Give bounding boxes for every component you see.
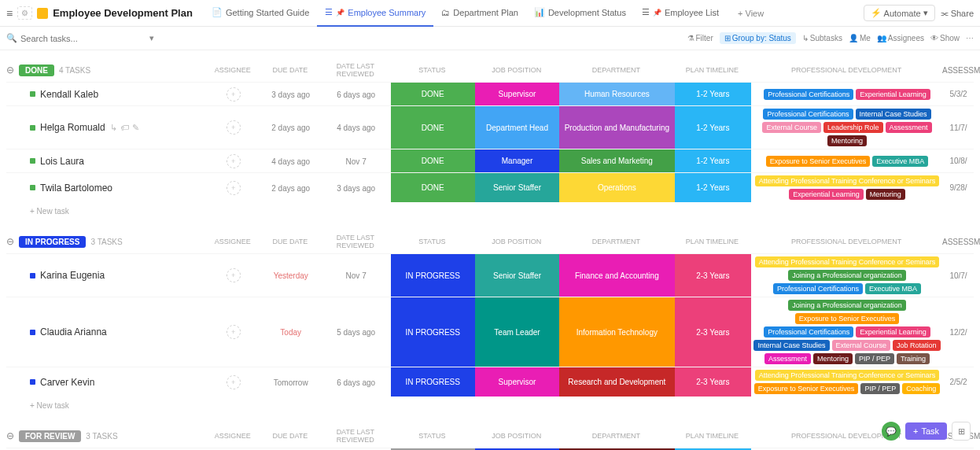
plan-cell[interactable]: 2-3 Years xyxy=(675,254,752,297)
task-name[interactable]: Lois Laura xyxy=(40,156,84,167)
dev-tag[interactable]: Mentoring xyxy=(813,353,853,364)
assignee-placeholder[interactable]: + xyxy=(227,268,241,282)
tab-development-status[interactable]: 📊Development Status xyxy=(526,0,634,27)
plan-cell[interactable]: 1-2 Years xyxy=(675,173,752,202)
task-row[interactable]: Lois Laura + 4 days ago Nov 7 DONE Manag… xyxy=(6,149,974,172)
reviewed-date[interactable]: 3 days ago xyxy=(337,184,375,193)
collapse-icon[interactable]: ⊖ xyxy=(6,430,14,441)
tab-employee-list[interactable]: ☰📌Employee List xyxy=(634,0,727,27)
task-row[interactable]: Karina Eugenia + Yesterday Nov 7 IN PROG… xyxy=(6,253,974,297)
job-cell[interactable]: Supervisor xyxy=(475,83,559,105)
dept-cell[interactable]: Sales and Marketing xyxy=(559,149,674,172)
dev-tag[interactable]: Professional Certifications xyxy=(764,89,853,100)
task-name[interactable]: Claudia Arianna xyxy=(40,326,107,338)
status-cell[interactable]: DONE xyxy=(391,83,475,105)
assignee-placeholder[interactable]: + xyxy=(227,154,241,168)
status-dot[interactable] xyxy=(30,125,35,131)
status-dot[interactable] xyxy=(30,379,35,385)
plan-cell[interactable]: 1-2 Years xyxy=(675,83,752,105)
subtask-icon[interactable]: ↳ xyxy=(110,123,117,133)
menu-icon[interactable]: ≡ xyxy=(6,7,13,20)
status-cell[interactable]: DONE xyxy=(391,173,475,202)
due-date[interactable]: 4 days ago xyxy=(271,157,310,166)
help-fab[interactable]: 💬 xyxy=(882,422,901,441)
reviewed-date[interactable]: 6 days ago xyxy=(337,90,375,99)
assess-cell[interactable]: 10/8/ xyxy=(943,157,974,165)
assess-cell[interactable]: 10/7/ xyxy=(943,271,974,280)
due-date[interactable]: 2 days ago xyxy=(271,184,310,193)
collapse-icon[interactable]: ⊖ xyxy=(6,236,14,247)
dev-tag[interactable]: Joining a Professional organization xyxy=(788,270,906,281)
dept-cell[interactable]: Research and Development xyxy=(559,367,674,397)
dev-tag[interactable]: Job Rotation xyxy=(893,340,941,351)
assignee-placeholder[interactable]: + xyxy=(227,120,241,135)
task-row[interactable]: Kendall Kaleb + 3 days ago 6 days ago DO… xyxy=(6,82,974,105)
assess-cell[interactable]: 5/3/2 xyxy=(943,90,974,98)
job-cell[interactable]: Supervisor xyxy=(475,367,559,397)
automate-button[interactable]: ⚡Automate▾ xyxy=(864,5,935,21)
assignee-placeholder[interactable]: + xyxy=(227,181,241,195)
group-badge[interactable]: DONE xyxy=(19,65,54,76)
status-dot[interactable] xyxy=(30,330,35,335)
dev-tag[interactable]: Attending Professional Training Conferen… xyxy=(755,175,940,186)
settings-icon[interactable]: ⚙ xyxy=(17,6,32,20)
task-name[interactable]: Kendall Kaleb xyxy=(40,89,98,100)
show-button[interactable]: 👁Show xyxy=(930,34,960,42)
tab-employee-summary[interactable]: ☰📌Employee Summary xyxy=(317,0,433,27)
dev-tag[interactable]: Exposure to Senior Executives xyxy=(766,156,871,167)
status-cell[interactable]: IN PROGRESS xyxy=(391,254,475,297)
plan-cell[interactable]: 2-3 Years xyxy=(675,367,752,397)
assess-cell[interactable]: 9/28/ xyxy=(943,183,974,192)
dev-tag[interactable]: Leadership Role xyxy=(823,122,883,133)
new-task-fab[interactable]: +Task xyxy=(905,422,947,440)
tab-department-plan[interactable]: 🗂Department Plan xyxy=(433,0,526,27)
group-badge[interactable]: IN PROGRESS xyxy=(19,236,86,248)
assignee-placeholder[interactable]: + xyxy=(227,325,241,339)
status-dot[interactable] xyxy=(30,91,35,97)
dev-tag[interactable]: Assessment xyxy=(886,122,932,133)
status-cell[interactable]: DONE xyxy=(391,106,475,149)
dev-tag[interactable]: Coaching xyxy=(902,383,940,394)
task-name[interactable]: Karina Eugenia xyxy=(40,270,105,281)
assignees-button[interactable]: 👥Assignees xyxy=(877,34,924,42)
groupby-button[interactable]: ⊞Group by: Status xyxy=(720,32,796,44)
dev-tag[interactable]: Joining a Professional organization xyxy=(788,300,906,311)
dev-tag[interactable]: Professional Certifications xyxy=(764,326,853,338)
new-task-link[interactable]: + New task xyxy=(6,202,974,216)
assignee-placeholder[interactable]: + xyxy=(227,87,241,101)
dev-tag[interactable]: Professional Certifications xyxy=(763,109,853,120)
due-date[interactable]: Tomorrow xyxy=(274,378,308,387)
task-row[interactable]: Claudia Arianna + Today 5 days ago IN PR… xyxy=(6,297,974,367)
reviewed-date[interactable]: Nov 7 xyxy=(346,271,367,280)
dev-tag[interactable]: Experiential Learning xyxy=(789,189,864,200)
dev-tag[interactable]: Executive MBA xyxy=(865,283,921,294)
dev-tag[interactable]: Exposure to Senior Executives xyxy=(795,313,900,324)
dev-tag[interactable]: Internal Case Studies xyxy=(753,340,829,351)
collapse-icon[interactable]: ⊖ xyxy=(6,65,14,76)
due-date[interactable]: 3 days ago xyxy=(271,90,310,99)
dev-tag[interactable]: PIP / PEP xyxy=(855,353,894,364)
dept-cell[interactable]: Operations xyxy=(559,173,674,202)
group-badge[interactable]: FOR REVIEW xyxy=(19,430,81,442)
due-date[interactable]: 2 days ago xyxy=(271,124,310,132)
dev-tag[interactable]: Executive MBA xyxy=(872,156,928,167)
status-dot[interactable] xyxy=(30,158,35,164)
dev-tag[interactable]: Mentoring xyxy=(827,135,867,146)
status-dot[interactable] xyxy=(30,273,35,278)
dev-tag[interactable]: Exposure to Senior Executives xyxy=(754,383,859,394)
assignee-placeholder[interactable]: + xyxy=(227,375,241,389)
assess-cell[interactable]: 2/5/2 xyxy=(943,378,974,386)
reviewed-date[interactable]: Nov 7 xyxy=(346,157,367,166)
job-cell[interactable]: Senior Staffer xyxy=(475,173,559,202)
assess-cell[interactable]: 11/7/ xyxy=(943,124,974,132)
status-cell[interactable]: DONE xyxy=(391,149,475,172)
dev-tag[interactable]: Attending Professional Training Conferen… xyxy=(755,256,940,267)
dev-tag[interactable]: Assessment xyxy=(764,353,811,364)
add-view-button[interactable]: + View xyxy=(738,9,764,18)
tab-getting-started-guide[interactable]: 📄Getting Started Guide xyxy=(204,0,317,27)
due-date[interactable]: Today xyxy=(280,328,301,337)
status-cell[interactable]: IN PROGRESS xyxy=(391,297,475,367)
dev-tag[interactable]: External Course xyxy=(762,122,821,133)
plan-cell[interactable]: 1-2 Years xyxy=(675,149,752,172)
dept-cell[interactable]: Information Technology xyxy=(559,297,674,367)
